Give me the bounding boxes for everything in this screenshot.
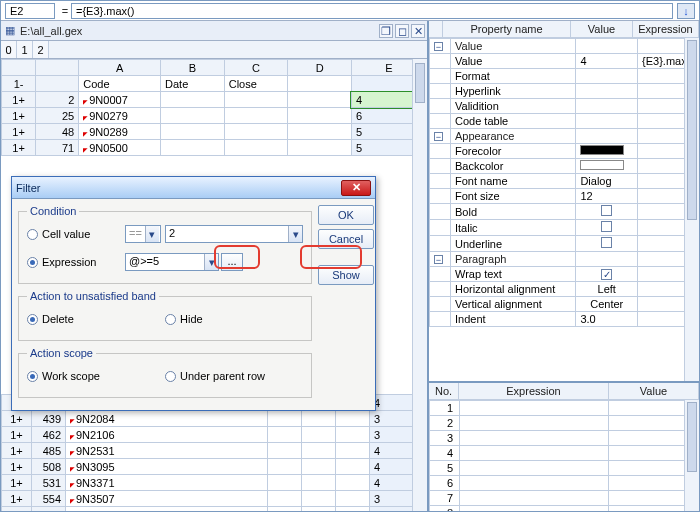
table-row[interactable]: 2 [430,416,699,431]
cell[interactable]: ◤9N3570 [66,507,268,512]
group-toggle[interactable]: 1+ [2,92,36,108]
cell-op-combo[interactable]: ==▾ [125,225,161,243]
exp-expr[interactable] [460,416,609,431]
bold-checkbox[interactable] [601,205,612,216]
group-toggle[interactable]: 1+ [2,427,32,443]
row-header-collapse[interactable]: 1- [2,76,36,92]
cell[interactable]: ◤9N0289 [79,124,161,140]
table-row[interactable]: 1+2◤9N00074 [2,92,427,108]
maximize-icon[interactable]: ◻ [395,24,409,38]
scrollbar-thumb[interactable] [415,63,425,103]
restore-icon[interactable]: ❐ [379,24,393,38]
table-row[interactable]: 1+25◤9N02796 [2,108,427,124]
row-number[interactable]: 2 [36,92,79,108]
table-row[interactable]: 1+439◤9N20843 [2,411,427,427]
formula-input[interactable]: ={E3}.max() [71,3,673,19]
italic-checkbox[interactable] [601,221,612,232]
cell-ref-box[interactable]: E2 [5,3,55,19]
table-row[interactable]: 1+531◤9N33714 [2,475,427,491]
table-row[interactable]: 1+48◤9N02895 [2,124,427,140]
col-header-blank1[interactable] [2,60,36,76]
row-number[interactable]: 462 [32,427,66,443]
group-toggle[interactable]: 1+ [2,459,32,475]
wrap-checkbox[interactable]: ✓ [601,269,612,280]
cell[interactable]: ◤9N3095 [66,459,268,475]
group-toggle[interactable]: 1+ [2,475,32,491]
table-row[interactable]: 3 [430,431,699,446]
sheet-tab-2[interactable]: 2 [33,41,49,58]
vertical-scrollbar[interactable] [684,38,699,381]
table-row[interactable]: 6 [430,476,699,491]
row-number[interactable]: 554 [32,491,66,507]
exp-expr[interactable] [460,446,609,461]
row-header-num[interactable] [36,76,79,92]
table-row[interactable]: 1+71◤9N05005 [2,140,427,156]
delete-radio[interactable]: Delete [27,313,117,325]
property-table[interactable]: −Value Value4{E3}.max() Format Hyperlink… [429,38,699,327]
group-toggle[interactable]: 1+ [2,491,32,507]
formula-go-button[interactable]: ↓ [677,3,695,19]
group-toggle[interactable]: 1+ [2,443,32,459]
cell-value-combo[interactable]: 2▾ [165,225,303,243]
exp-expr[interactable] [460,431,609,446]
expression-table[interactable]: 123456789 [429,400,699,512]
exp-expr[interactable] [460,401,609,416]
row-number[interactable]: 71 [36,140,79,156]
collapse-icon[interactable]: − [434,132,443,141]
cell[interactable]: Date [161,76,225,92]
sheet-tab-0[interactable]: 0 [1,41,17,58]
cell[interactable]: ◤9N0007 [79,92,161,108]
vertical-scrollbar[interactable] [684,400,699,512]
expression-combo[interactable]: @>=5▾ [125,253,219,271]
cell[interactable]: Close [224,76,288,92]
row-number[interactable]: 48 [36,124,79,140]
work-scope-radio[interactable]: Work scope [27,370,117,382]
group-toggle[interactable]: 1+ [2,124,36,140]
ok-button[interactable]: OK [318,205,374,225]
group-toggle[interactable]: 1+ [2,140,36,156]
collapse-icon[interactable]: − [434,255,443,264]
row-number[interactable]: 439 [32,411,66,427]
cell[interactable]: ◤9N3371 [66,475,268,491]
cell[interactable]: Code [79,76,161,92]
underline-checkbox[interactable] [601,237,612,248]
group-toggle[interactable]: 1+ [2,507,32,512]
cell-value-radio[interactable]: Cell value [27,228,117,240]
table-row[interactable]: 1+462◤9N21063 [2,427,427,443]
cell[interactable]: ◤9N2531 [66,443,268,459]
col-header-blank2[interactable] [36,60,79,76]
row-number[interactable]: 25 [36,108,79,124]
forecolor-swatch[interactable] [580,145,624,155]
backcolor-swatch[interactable] [580,160,624,170]
close-doc-icon[interactable]: ✕ [411,24,425,38]
col-header-a[interactable]: A [79,60,161,76]
cell[interactable]: ◤9N2084 [66,411,268,427]
col-header-b[interactable]: B [161,60,225,76]
cell[interactable]: ◤9N0500 [79,140,161,156]
scrollbar-thumb[interactable] [687,402,697,472]
spreadsheet[interactable]: A B C D E 1- Code Date Close 1+2◤9N00074… [1,59,427,156]
cell[interactable]: ◤9N2106 [66,427,268,443]
table-row[interactable]: 1 [430,401,699,416]
collapse-icon[interactable]: − [434,42,443,51]
cell[interactable]: ◤9N3507 [66,491,268,507]
sheet-tab-1[interactable]: 1 [17,41,33,58]
row-number[interactable]: 485 [32,443,66,459]
row-number[interactable]: 577 [32,507,66,512]
table-row[interactable]: 1+508◤9N30954 [2,459,427,475]
cell[interactable] [288,76,352,92]
table-row[interactable]: 4 [430,446,699,461]
under-parent-radio[interactable]: Under parent row [165,370,295,382]
exp-expr[interactable] [460,461,609,476]
table-row[interactable]: 1+485◤9N25314 [2,443,427,459]
exp-expr[interactable] [460,506,609,513]
cell[interactable]: ◤9N0279 [79,108,161,124]
table-row[interactable]: 1+577◤9N35704 [2,507,427,512]
group-toggle[interactable]: 1+ [2,411,32,427]
expression-radio[interactable]: Expression [27,256,117,268]
vertical-scrollbar[interactable] [412,59,427,511]
table-row[interactable]: 7 [430,491,699,506]
exp-expr[interactable] [460,476,609,491]
scrollbar-thumb[interactable] [687,40,697,220]
table-row[interactable]: 8 [430,506,699,513]
